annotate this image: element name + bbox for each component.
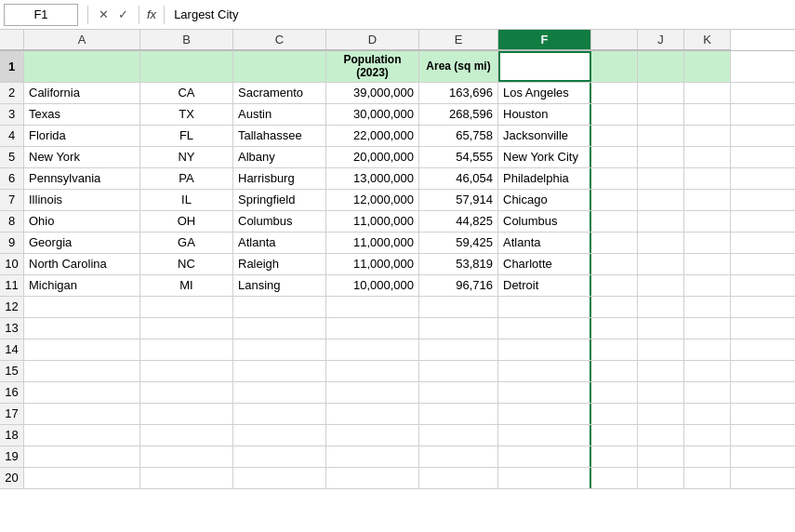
cell-j3[interactable] — [638, 104, 684, 125]
cell-g11[interactable] — [591, 275, 638, 296]
cell-d8[interactable]: 11,000,000 — [326, 211, 419, 232]
cell-b8[interactable]: OH — [140, 211, 233, 232]
cell-j6[interactable] — [638, 168, 684, 189]
cell-k17[interactable] — [684, 404, 731, 424]
cell-f11[interactable]: Detroit — [498, 275, 591, 296]
cell-e7[interactable]: 57,914 — [419, 190, 498, 210]
cell-k11[interactable] — [684, 275, 731, 296]
cell-c1[interactable] — [233, 51, 326, 82]
cell-b3[interactable]: TX — [140, 104, 233, 125]
cell-a13[interactable] — [24, 318, 140, 339]
cell-j19[interactable] — [638, 446, 684, 467]
cell-j16[interactable] — [638, 382, 684, 403]
col-header-j[interactable]: J — [638, 30, 684, 50]
cell-b9[interactable]: GA — [140, 233, 233, 253]
cell-d20[interactable] — [326, 468, 419, 488]
cell-e2[interactable]: 163,696 — [419, 83, 498, 103]
cell-e14[interactable] — [419, 339, 498, 360]
cell-j4[interactable] — [638, 126, 684, 146]
cell-c2[interactable]: Sacramento — [233, 83, 326, 103]
cell-e9[interactable]: 59,425 — [419, 233, 498, 253]
cell-f3[interactable]: Houston — [498, 104, 591, 125]
cell-b6[interactable]: PA — [140, 168, 233, 189]
cell-j8[interactable] — [638, 211, 684, 232]
cell-b5[interactable]: NY — [140, 147, 233, 167]
col-header-d[interactable]: D — [326, 30, 419, 50]
cell-f9[interactable]: Atlanta — [498, 233, 591, 253]
cell-d3[interactable]: 30,000,000 — [326, 104, 419, 125]
cell-a8[interactable]: Ohio — [24, 211, 140, 232]
cell-j10[interactable] — [638, 254, 684, 274]
cell-f8[interactable]: Columbus — [498, 211, 591, 232]
cell-g3[interactable] — [591, 104, 638, 125]
cell-g16[interactable] — [591, 382, 638, 403]
cell-j13[interactable] — [638, 318, 684, 339]
cell-d18[interactable] — [326, 425, 419, 446]
cell-g6[interactable] — [591, 168, 638, 189]
cell-d6[interactable]: 13,000,000 — [326, 168, 419, 189]
cell-b11[interactable]: MI — [140, 275, 233, 296]
cell-b16[interactable] — [140, 382, 233, 403]
cell-k6[interactable] — [684, 168, 731, 189]
cell-b4[interactable]: FL — [140, 126, 233, 146]
cell-d11[interactable]: 10,000,000 — [326, 275, 419, 296]
cell-k1[interactable] — [684, 51, 731, 82]
cell-k14[interactable] — [684, 339, 731, 360]
cell-k20[interactable] — [684, 468, 731, 488]
cell-d14[interactable] — [326, 339, 419, 360]
cell-j18[interactable] — [638, 425, 684, 446]
cell-e10[interactable]: 53,819 — [419, 254, 498, 274]
cell-f6[interactable]: Philadelphia — [498, 168, 591, 189]
cell-b15[interactable] — [140, 361, 233, 381]
cell-d4[interactable]: 22,000,000 — [326, 126, 419, 146]
cell-c4[interactable]: Tallahassee — [233, 126, 326, 146]
cell-k3[interactable] — [684, 104, 731, 125]
cell-j5[interactable] — [638, 147, 684, 167]
cell-k9[interactable] — [684, 233, 731, 253]
cell-b10[interactable]: NC — [140, 254, 233, 274]
cell-a2[interactable]: California — [24, 83, 140, 103]
cell-e19[interactable] — [419, 446, 498, 467]
cell-j9[interactable] — [638, 233, 684, 253]
cell-e16[interactable] — [419, 382, 498, 403]
cell-f19[interactable] — [498, 446, 591, 467]
cancel-icon[interactable]: ✕ — [96, 7, 112, 22]
cell-e8[interactable]: 44,825 — [419, 211, 498, 232]
col-header-c[interactable]: C — [233, 30, 326, 50]
cell-g18[interactable] — [591, 425, 638, 446]
cell-k4[interactable] — [684, 126, 731, 146]
cell-a9[interactable]: Georgia — [24, 233, 140, 253]
cell-j20[interactable] — [638, 468, 684, 488]
cell-d5[interactable]: 20,000,000 — [326, 147, 419, 167]
cell-b7[interactable]: IL — [140, 190, 233, 210]
cell-a6[interactable]: Pennsylvania — [24, 168, 140, 189]
col-header-b[interactable]: B — [140, 30, 233, 50]
cell-g9[interactable] — [591, 233, 638, 253]
cell-a16[interactable] — [24, 382, 140, 403]
cell-c20[interactable] — [233, 468, 326, 488]
cell-f17[interactable] — [498, 404, 591, 424]
cell-g8[interactable] — [591, 211, 638, 232]
cell-f10[interactable]: Charlotte — [498, 254, 591, 274]
cell-a11[interactable]: Michigan — [24, 275, 140, 296]
cell-b20[interactable] — [140, 468, 233, 488]
cell-j12[interactable] — [638, 297, 684, 317]
name-box[interactable] — [4, 4, 78, 26]
cell-a10[interactable]: North Carolina — [24, 254, 140, 274]
cell-g12[interactable] — [591, 297, 638, 317]
cell-g19[interactable] — [591, 446, 638, 467]
cell-d16[interactable] — [326, 382, 419, 403]
cell-k18[interactable] — [684, 425, 731, 446]
col-header-g[interactable] — [591, 30, 638, 50]
cell-j14[interactable] — [638, 339, 684, 360]
cell-f2[interactable]: Los Angeles — [498, 83, 591, 103]
cell-g1[interactable] — [591, 51, 638, 82]
cell-e13[interactable] — [419, 318, 498, 339]
cell-c9[interactable]: Atlanta — [233, 233, 326, 253]
cell-f18[interactable] — [498, 425, 591, 446]
cell-c14[interactable] — [233, 339, 326, 360]
cell-a5[interactable]: New York — [24, 147, 140, 167]
cell-a19[interactable] — [24, 446, 140, 467]
cell-g5[interactable] — [591, 147, 638, 167]
cell-k15[interactable] — [684, 361, 731, 381]
